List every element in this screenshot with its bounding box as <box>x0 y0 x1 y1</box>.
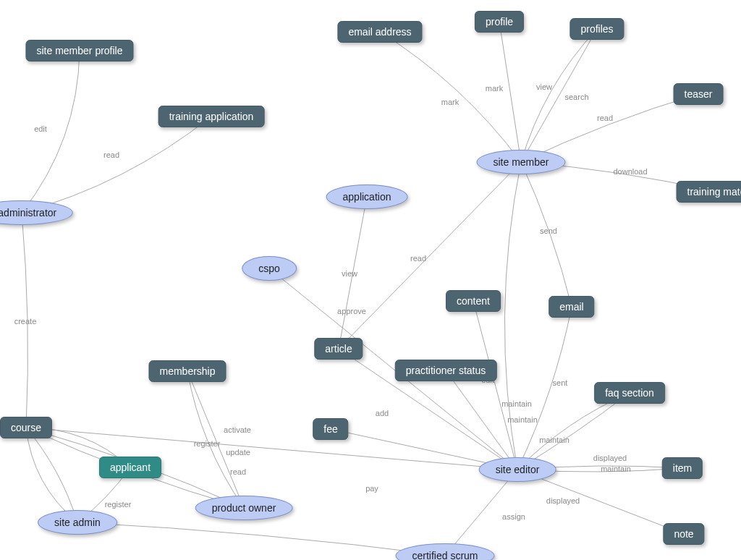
edge-label-e14: add <box>376 409 389 417</box>
edge-label-e6: view <box>536 82 552 91</box>
graph-canvas[interactable]: editreadcreatemarkmarkviewsearchreaddown… <box>0 0 741 560</box>
edge-e15 <box>473 301 517 470</box>
edge-label-e2: read <box>103 150 119 159</box>
edge-label-e18: maintain <box>507 415 538 424</box>
edge-label-e25: activate <box>224 425 251 434</box>
edge-e29 <box>26 428 77 522</box>
node-cspo[interactable]: cspo <box>242 256 297 281</box>
node-training_application[interactable]: training application <box>158 106 265 127</box>
edge-label-e9: download <box>613 167 647 176</box>
edge-e12 <box>339 197 367 349</box>
node-site_admin[interactable]: site admin <box>38 510 117 535</box>
edge-e6 <box>521 29 597 162</box>
edge-label-e28: read <box>230 467 246 476</box>
edge-e21 <box>517 470 684 534</box>
node-profile[interactable]: profile <box>475 11 524 33</box>
node-email_address[interactable]: email address <box>337 21 422 43</box>
node-membership[interactable]: membership <box>148 360 226 382</box>
edge-label-e13: approve <box>337 307 366 315</box>
edge-e31 <box>77 522 445 556</box>
node-application[interactable]: application <box>326 184 408 209</box>
node-practitioner_status[interactable]: practitioner status <box>395 360 497 381</box>
edge-label-e19: maintain <box>539 436 569 444</box>
edge-e5 <box>499 22 521 162</box>
edge-label-e4: mark <box>441 98 459 106</box>
node-teaser[interactable]: teaser <box>674 83 724 105</box>
node-course[interactable]: course <box>0 417 52 438</box>
edge-e25 <box>187 371 244 508</box>
edge-label-e26: update <box>226 448 250 457</box>
node-fee[interactable]: fee <box>313 418 348 440</box>
edge-e26 <box>187 371 244 508</box>
edge-label-e27: register <box>194 439 221 448</box>
node-applicant[interactable]: applicant <box>99 457 161 478</box>
node-email[interactable]: email <box>549 296 594 318</box>
node-article[interactable]: article <box>314 338 363 360</box>
edge-e1 <box>22 51 80 213</box>
edge-e32 <box>504 162 521 470</box>
edge-e22 <box>445 470 517 556</box>
node-training_materials[interactable]: training mate <box>677 181 741 203</box>
node-site_member_profile[interactable]: site member profile <box>25 40 133 61</box>
edge-label-e11: read <box>410 254 426 263</box>
node-site_editor[interactable]: site editor <box>479 457 556 482</box>
node-note[interactable]: note <box>663 523 704 545</box>
edge-e7 <box>521 29 597 162</box>
edge-label-e22: assign <box>502 512 525 521</box>
edge-e16 <box>517 307 572 470</box>
edge-e17 <box>446 370 517 470</box>
edge-label-e5: mark <box>486 84 503 93</box>
edge-e33 <box>26 428 77 522</box>
edge-label-e1: edit <box>34 124 47 133</box>
node-faq_section[interactable]: faq section <box>594 382 665 404</box>
edge-label-e7: search <box>564 93 588 101</box>
edge-label-e20: displayed <box>593 454 627 462</box>
edge-label-e8: read <box>597 114 613 122</box>
node-site_member[interactable]: site member <box>476 150 565 174</box>
edge-label-e17: maintain <box>501 399 532 408</box>
edge-e3 <box>22 213 27 428</box>
node-content[interactable]: content <box>446 290 501 312</box>
edge-e10 <box>521 162 572 307</box>
edge-label-e23: pay <box>365 484 378 493</box>
node-profiles[interactable]: profiles <box>569 18 624 40</box>
node-certified_scrum[interactable]: certified scrum <box>395 543 494 560</box>
edge-e2 <box>22 116 211 213</box>
edge-label-e3: create <box>14 317 37 326</box>
edge-label-e30: register <box>105 500 132 509</box>
node-item[interactable]: item <box>662 457 703 479</box>
node-product_owner[interactable]: product owner <box>195 496 293 520</box>
edge-label-e20b: maintain <box>601 464 631 473</box>
node-site_administrator[interactable]: te administrator <box>0 200 73 225</box>
edge-e4 <box>380 32 521 162</box>
edge-label-e12: view <box>342 269 357 278</box>
edge-label-e16: sent <box>553 378 568 387</box>
edge-label-e10: send <box>540 226 557 235</box>
edge-label-e21: displayed <box>546 496 580 505</box>
